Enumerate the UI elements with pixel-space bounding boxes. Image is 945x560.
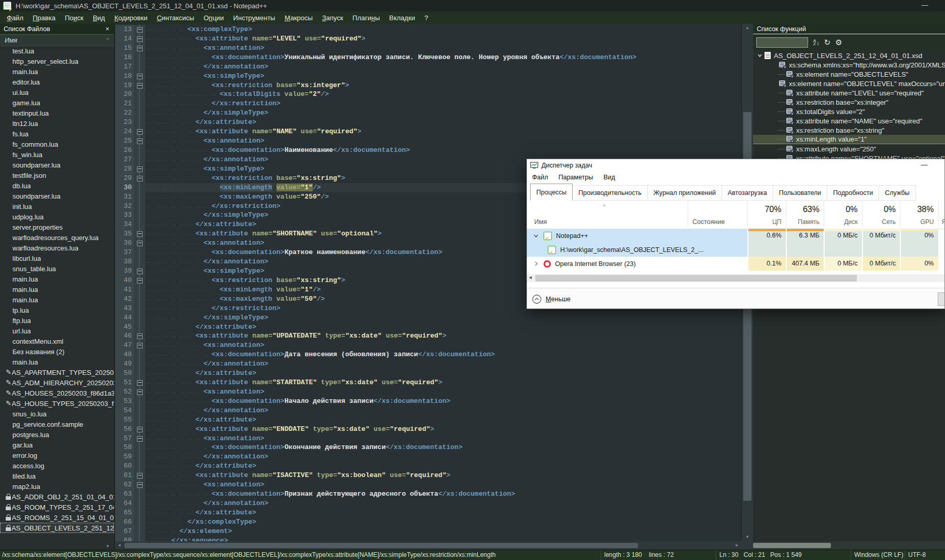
tm-tab-подробности[interactable]: Подробности [827, 185, 879, 201]
file-list-item[interactable]: textinput.lua [0, 108, 114, 118]
file-list-item[interactable]: map2.lua [0, 481, 114, 492]
menu-item-?[interactable]: ? [420, 12, 433, 23]
code-line[interactable]: 58→→→→→→→→<xs:documentation>Окончание де… [115, 443, 741, 452]
tm-menu-item-файл[interactable]: Файл [527, 174, 553, 181]
task-manager-hscroll-thumb[interactable] [535, 275, 857, 282]
file-list-item[interactable]: http_server_select.lua [0, 56, 114, 66]
scroll-up-arrow-icon[interactable]: ▲ [742, 24, 753, 32]
reload-icon[interactable]: ↻ [824, 38, 831, 47]
fold-collapse-icon[interactable] [137, 473, 143, 479]
file-list-item[interactable]: contextMenu.xml [0, 336, 114, 346]
code-line[interactable]: 19→→→→→→→→<xs:restriction base="xs:integ… [115, 81, 741, 90]
function-tree-item[interactable]: ∨xs:element name="OBJECTLEVELS" [753, 69, 945, 79]
file-list-item[interactable]: init.lua [0, 201, 114, 212]
tm-tab-производительность[interactable]: Производительность [573, 185, 647, 201]
code-line[interactable]: 51→→→→→→<xs:attribute name="STARTDATE" t… [115, 378, 741, 387]
column-header-сеть[interactable]: 0%Сеть [862, 201, 900, 229]
menu-item-вид[interactable]: Вид [88, 12, 110, 23]
chevron-down-icon[interactable] [533, 233, 540, 239]
file-list-item[interactable]: fs_common.lua [0, 139, 114, 149]
code-line[interactable]: 63→→→→→→→→<xs:documentation>Признак дейс… [115, 489, 741, 499]
process-row[interactable]: Opera Internet Browser (23)0.1%407.4 МБ0… [527, 257, 944, 271]
file-list-item[interactable]: fs.lua [0, 129, 114, 139]
code-line[interactable]: 50→→→→→→</xs:attribute> [115, 369, 741, 378]
menu-item-макросы[interactable]: Макросы [280, 12, 317, 23]
function-list-horizontal-scrollbar[interactable] [753, 541, 945, 550]
scroll-down-icon[interactable]: ▾ [106, 543, 109, 549]
menu-item-правка[interactable]: Правка [28, 12, 60, 23]
column-header-яд[interactable]: Яд [938, 201, 945, 229]
file-list-item[interactable]: ✎AS_ADM_HIERARCHY_20250203... [0, 377, 114, 388]
code-line[interactable]: 18→→→→→→→<xs:simpleType> [115, 72, 741, 81]
file-list-item[interactable]: Без названия (2) [0, 346, 114, 357]
tm-menu-item-параметры[interactable]: Параметры [553, 174, 599, 181]
file-list-item[interactable]: game.lua [0, 97, 114, 108]
file-list-item[interactable]: editor.lua [0, 77, 114, 87]
code-line[interactable]: 60→→→→→→</xs:attribute> [115, 461, 741, 471]
editor-hscroll-thumb[interactable] [124, 543, 638, 548]
file-list-item[interactable]: access.log [0, 460, 114, 471]
file-list-item[interactable]: warfloadresources.lua [0, 243, 114, 253]
function-tree-item[interactable]: ∨xs:maxLength value="250" [753, 144, 945, 153]
file-list-item[interactable]: error.log [0, 450, 114, 460]
task-manager-minimize-button[interactable]: — [915, 159, 933, 172]
fold-collapse-icon[interactable] [137, 241, 143, 246]
code-line[interactable]: 49→→→→→→→</xs:annotation> [115, 359, 741, 369]
file-list-item[interactable]: postgres.lua [0, 429, 114, 440]
file-list-item[interactable]: url.lua [0, 326, 114, 336]
file-list-item[interactable]: warfloadresources_query.lua [0, 232, 114, 243]
tm-tab-пользователи[interactable]: Пользователи [773, 185, 828, 201]
process-name-cell[interactable]: Opera Internet Browser (23) [527, 257, 747, 271]
file-list-item[interactable]: main.lua [0, 274, 114, 284]
code-line[interactable]: 66→→→→→</xs:complexType> [115, 517, 741, 527]
tm-tab-автозагрузка[interactable]: Автозагрузка [722, 185, 773, 201]
fold-collapse-icon[interactable] [137, 333, 143, 339]
code-line[interactable]: 55→→→→→→</xs:attribute> [115, 415, 741, 425]
scroll-down-arrow-icon[interactable]: ▼ [742, 533, 753, 541]
clipped-button-fragment[interactable] [938, 292, 944, 306]
fold-collapse-icon[interactable] [137, 138, 143, 144]
process-name-cell[interactable]: H:\work\gar_schema\AS_OBJECT_LEVELS_2_..… [527, 243, 747, 257]
menu-item-запуск[interactable]: Запуск [317, 12, 348, 23]
tm-tab-журнал-приложений[interactable]: Журнал приложений [648, 185, 722, 201]
file-list-item[interactable]: db.lua [0, 180, 114, 191]
fewer-details-button[interactable]: Меньше [532, 295, 571, 304]
task-manager-horizontal-scrollbar[interactable]: ◄ [527, 274, 944, 282]
fold-collapse-icon[interactable] [137, 83, 143, 89]
fold-collapse-icon[interactable] [137, 380, 143, 386]
column-header-name[interactable]: Имя [534, 218, 547, 226]
fold-collapse-icon[interactable] [137, 46, 143, 51]
menu-item-инструменты[interactable]: Инструменты [229, 12, 280, 23]
minimize-button[interactable]: — [917, 0, 933, 11]
process-row[interactable]: H:\work\gar_schema\AS_OBJECT_LEVELS_2_..… [527, 243, 944, 257]
code-line[interactable]: 26→→→→→→→→<xs:documentation>Наименование… [115, 146, 741, 155]
file-list-item[interactable]: test.lua [0, 46, 114, 56]
column-header-gpu[interactable]: 38%GPU [900, 201, 938, 229]
code-line[interactable]: 67→→→→</xs:element> [115, 527, 741, 536]
column-header-state[interactable]: Состояние [688, 201, 725, 226]
tm-tab-процессы[interactable]: Процессы [530, 184, 573, 201]
function-tree-item[interactable]: ∨xs:minLength value="1" [753, 135, 945, 144]
menu-item-кодировки[interactable]: Кодировки [109, 12, 152, 23]
function-list-caption[interactable]: Список функций [753, 24, 945, 34]
process-row[interactable]: Notepad++0.6%6.3 МБ0 МБ/с0 Мбит/с0% [527, 229, 944, 243]
code-line[interactable]: 61→→→→→→<xs:attribute name="ISACTIVE" ty… [115, 471, 741, 480]
fold-collapse-icon[interactable] [137, 36, 143, 42]
fold-collapse-icon[interactable] [137, 129, 143, 135]
fold-collapse-icon[interactable] [137, 343, 143, 348]
function-tree-item[interactable]: ∨xs:attribute name="LEVEL" use="required… [753, 88, 945, 97]
function-tree-item[interactable]: ∨xs:attribute name="NAME" use="required" [753, 116, 945, 125]
menu-item-вкладки[interactable]: Вкладки [384, 12, 420, 23]
file-list-item[interactable]: main.lua [0, 295, 114, 305]
file-list-item[interactable]: ltn12.lua [0, 118, 114, 129]
code-line[interactable]: 15→→→→→→→<xs:annotation> [115, 44, 741, 53]
statusbar-encoding[interactable]: UTF-8 [905, 550, 945, 560]
fold-collapse-icon[interactable] [137, 427, 143, 432]
code-line[interactable]: 16→→→→→→→→<xs:documentation>Уникальный и… [115, 53, 741, 62]
code-line[interactable]: 52→→→→→→→<xs:annotation> [115, 387, 741, 397]
code-line[interactable]: 14→→→→→→<xs:attribute name="LEVEL" use="… [115, 34, 741, 44]
file-list-item[interactable]: gar.lua [0, 440, 114, 450]
file-list-item[interactable]: fs_win.lua [0, 149, 114, 160]
scroll-right-arrow-icon[interactable]: ► [733, 541, 741, 550]
tm-menu-item-вид[interactable]: Вид [598, 174, 620, 181]
